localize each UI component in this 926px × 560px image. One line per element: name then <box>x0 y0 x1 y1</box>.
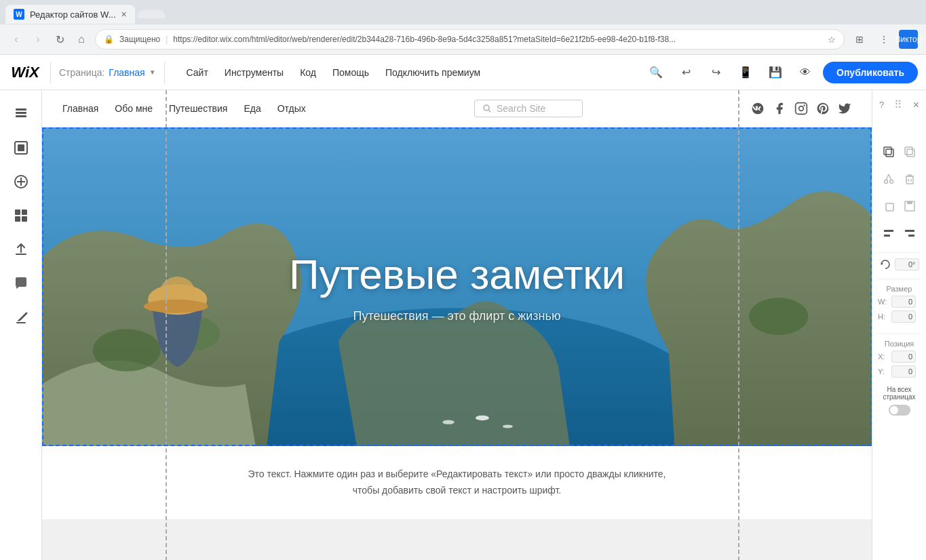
search-button[interactable]: 🔍 <box>644 60 668 85</box>
mobile-view-button[interactable]: 📱 <box>733 60 758 85</box>
align-right-button[interactable] <box>900 222 921 244</box>
preview-button[interactable]: 👁 <box>793 60 817 85</box>
panel-action-row-2 <box>878 168 921 190</box>
hero-section[interactable]: Путевые заметки Путешествия — это флирт … <box>42 127 872 446</box>
svg-rect-10 <box>15 216 20 222</box>
rotate-icon <box>880 259 891 270</box>
profile-button[interactable]: Виктор <box>899 30 918 49</box>
left-sidebar <box>0 90 42 560</box>
publish-button[interactable]: Опубликовать <box>823 62 918 83</box>
tab-favicon: W <box>14 9 24 20</box>
twitter-icon[interactable] <box>838 102 851 115</box>
x-field-row: X: 0 <box>878 351 921 363</box>
height-value[interactable]: 0 <box>891 311 916 323</box>
canvas-area[interactable]: Главная Обо мне Путешествия Еда Отдых Se… <box>42 90 872 560</box>
align-left-button[interactable] <box>878 222 900 244</box>
sidebar-item-blog[interactable] <box>5 302 37 333</box>
sidebar-item-chat[interactable] <box>5 268 37 299</box>
url-text: https://editor.wix.com/html/editor/web/r… <box>173 35 676 44</box>
tab-close-button[interactable]: × <box>121 9 127 20</box>
width-value[interactable]: 0 <box>891 296 916 308</box>
nav-item-about[interactable]: Обо мне <box>115 103 153 114</box>
menu-item-site[interactable]: Сайт <box>187 64 208 81</box>
tab-bar: W Редактор сайтов W... × <box>0 0 926 24</box>
svg-rect-8 <box>15 209 20 215</box>
redo-button[interactable]: ↪ <box>703 60 728 85</box>
tab-title: Редактор сайтов W... <box>30 9 116 20</box>
paste2-button[interactable] <box>900 195 921 217</box>
delete-button[interactable] <box>900 168 921 190</box>
facebook-icon[interactable] <box>773 102 786 115</box>
text-section[interactable]: Это текст. Нажмите один раз и выберите «… <box>42 446 872 519</box>
page-name: Главная <box>109 67 144 78</box>
svg-line-37 <box>889 174 891 180</box>
panel-close-button[interactable]: × <box>913 99 919 111</box>
toolbar-divider-1 <box>50 62 51 83</box>
rotate-value[interactable]: 0° <box>895 258 919 271</box>
undo-button[interactable]: ↩ <box>674 60 698 85</box>
bookmark-icon[interactable]: ☆ <box>828 35 836 45</box>
new-tab-area[interactable] <box>138 10 165 18</box>
toolbar-menu: Сайт Инструменты Код Помощь Подключить п… <box>187 64 481 81</box>
height-label: H: <box>878 313 889 321</box>
y-value[interactable]: 0 <box>891 365 916 378</box>
home-button[interactable]: ⌂ <box>73 31 90 47</box>
instagram-icon[interactable] <box>794 102 808 115</box>
save-button[interactable]: 💾 <box>763 60 788 85</box>
svg-point-18 <box>804 105 805 106</box>
svg-rect-13 <box>16 322 26 323</box>
back-button[interactable]: ‹ <box>8 31 24 47</box>
y-label: Y: <box>878 367 889 376</box>
menu-item-tools[interactable]: Инструменты <box>225 64 284 81</box>
body-text: Это текст. Нажмите один раз и выберите «… <box>96 466 817 499</box>
menu-item-premium[interactable]: Подключить премиум <box>385 64 480 81</box>
svg-rect-33 <box>905 147 912 155</box>
menu-icon[interactable]: ⋮ <box>874 30 893 49</box>
x-value[interactable]: 0 <box>891 351 916 363</box>
copy2-button[interactable] <box>878 195 900 217</box>
sidebar-item-apps[interactable] <box>5 200 37 231</box>
hero-content: Путевые заметки Путешествия — это флирт … <box>42 127 872 446</box>
forward-button[interactable]: › <box>30 31 46 47</box>
menu-item-code[interactable]: Код <box>300 64 316 81</box>
vk-icon[interactable] <box>751 102 765 115</box>
page-selector[interactable]: Страница: Главная ▼ <box>59 67 156 78</box>
site-search[interactable]: Search Site <box>474 100 583 117</box>
extensions-icon[interactable]: ⊞ <box>850 30 869 49</box>
height-field-row: H: 0 <box>878 311 921 323</box>
panel-grid-icon[interactable]: ⠿ <box>894 98 902 111</box>
svg-marker-48 <box>881 262 883 265</box>
address-bar[interactable]: 🔒 Защищено | https://editor.wix.com/html… <box>95 29 845 49</box>
sidebar-item-elements[interactable] <box>5 132 37 163</box>
sidebar-item-pages[interactable] <box>5 98 37 129</box>
panel-help-icon[interactable]: ? <box>879 100 884 110</box>
chevron-down-icon: ▼ <box>149 68 156 76</box>
active-tab[interactable]: W Редактор сайтов W... × <box>5 5 135 24</box>
svg-rect-0 <box>16 108 26 111</box>
svg-rect-46 <box>905 230 914 232</box>
paste-style-button[interactable] <box>900 141 921 163</box>
sidebar-item-upload[interactable] <box>5 234 37 265</box>
panel-action-row-4 <box>878 222 921 244</box>
y-field-row: Y: 0 <box>878 365 921 378</box>
svg-rect-30 <box>886 149 893 157</box>
panel-action-row-3 <box>878 195 921 217</box>
menu-item-help[interactable]: Помощь <box>332 64 369 81</box>
cut-button[interactable] <box>878 168 900 190</box>
sidebar-item-add[interactable] <box>5 166 37 197</box>
secure-label: Защищено <box>119 35 160 44</box>
nav-item-food[interactable]: Еда <box>244 103 261 114</box>
pinterest-icon[interactable] <box>816 102 830 115</box>
svg-rect-44 <box>884 230 893 232</box>
all-pages-toggle[interactable] <box>889 405 910 416</box>
nav-item-home[interactable]: Главная <box>62 103 98 114</box>
nav-item-travel[interactable]: Путешествия <box>169 103 227 114</box>
copy-button[interactable] <box>878 141 900 163</box>
refresh-button[interactable]: ↻ <box>52 31 68 47</box>
toggle-knob <box>890 406 898 414</box>
search-placeholder: Search Site <box>497 103 545 114</box>
hero-subtitle: Путешествия — это флирт с жизнью <box>353 309 561 323</box>
nav-item-rest[interactable]: Отдых <box>277 103 306 114</box>
site-social-icons <box>751 102 851 115</box>
nav-extras: ⊞ ⋮ Виктор <box>850 30 918 49</box>
